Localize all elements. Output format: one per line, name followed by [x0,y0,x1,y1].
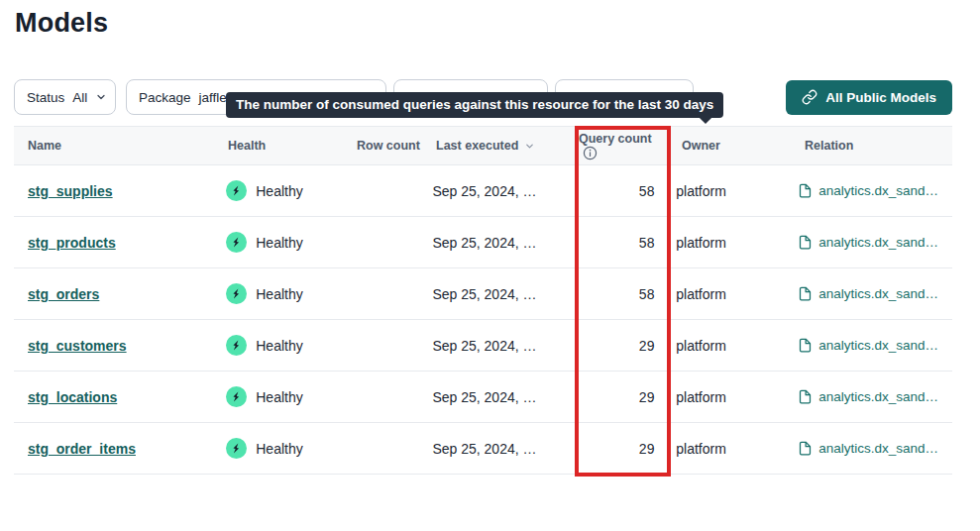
file-icon [798,286,813,301]
table-header-row: Name Health Row count Last executed Quer… [14,126,952,165]
health-status-label: Healthy [256,235,302,251]
table-row: stg_order_items Healthy Sep 25, 2024, … … [14,423,952,475]
health-status-label: Healthy [256,389,302,405]
column-header-last-executed[interactable]: Last executed [436,139,579,153]
file-icon [798,389,813,404]
health-badge [226,438,247,459]
file-icon [798,338,813,353]
status-filter[interactable]: Status All [14,79,116,115]
model-link[interactable]: stg_orders [28,286,99,302]
model-link[interactable]: stg_supplies [28,183,113,199]
model-link[interactable]: stg_customers [28,338,127,354]
status-filter-value: All [72,90,87,105]
owner-value: platform [676,338,798,354]
all-public-models-button[interactable]: All Public Models [786,80,952,115]
last-executed-value: Sep 25, 2024, … [432,235,536,251]
model-link[interactable]: stg_locations [28,389,117,405]
models-page: Models Status All Package jaffle_ All Pu… [0,0,980,531]
column-header-relation: Relation [805,139,938,153]
sort-chevron-icon [524,141,535,152]
relation-link[interactable]: analytics.dx_sand… [818,389,938,404]
health-badge [226,283,247,304]
page-title: Models [15,8,108,39]
owner-value: platform [676,286,798,302]
column-header-query-count: Query count [579,132,660,160]
last-executed-value: Sep 25, 2024, … [432,286,536,302]
table-row: stg_products Healthy Sep 25, 2024, … 58 … [14,217,952,268]
owner-value: platform [676,235,798,251]
query-count-value: 29 [574,389,654,405]
table-row: stg_orders Healthy Sep 25, 2024, … 58 pl… [14,268,952,320]
last-executed-value: Sep 25, 2024, … [432,441,536,457]
last-executed-label: Last executed [436,139,518,153]
last-executed-value: Sep 25, 2024, … [432,183,536,199]
info-icon[interactable] [583,146,598,160]
query-count-value: 58 [574,286,654,302]
health-badge [226,386,247,407]
query-count-value: 58 [574,235,654,251]
tooltip-caret [699,110,712,124]
table-row: stg_supplies Healthy Sep 25, 2024, … 58 … [14,165,952,217]
health-status-label: Healthy [256,441,302,457]
column-header-row-count: Row count [357,139,436,153]
health-status-label: Healthy [256,338,302,354]
health-badge [226,180,247,201]
relation-link[interactable]: analytics.dx_sand… [818,235,938,250]
query-count-tooltip: The number of consumed queries against t… [226,92,723,118]
all-public-models-label: All Public Models [825,90,936,105]
file-icon [798,441,813,456]
query-count-value: 29 [574,441,654,457]
link-icon [802,89,817,105]
file-icon [798,235,813,250]
model-link[interactable]: stg_order_items [28,441,136,457]
chevron-down-icon [95,91,107,103]
relation-link[interactable]: analytics.dx_sand… [818,183,938,198]
query-count-value: 58 [574,183,654,199]
models-table: Name Health Row count Last executed Quer… [14,126,952,475]
last-executed-value: Sep 25, 2024, … [432,338,536,354]
owner-value: platform [676,183,798,199]
status-filter-label: Status [27,90,64,105]
query-count-label: Query count [579,132,652,146]
column-header-name: Name [28,139,228,153]
table-row: stg_locations Healthy Sep 25, 2024, … 29… [14,372,952,423]
health-badge [226,232,247,253]
health-status-label: Healthy [256,286,302,302]
tooltip-text: The number of consumed queries against t… [236,97,713,112]
package-filter-label: Package [139,90,191,105]
relation-link[interactable]: analytics.dx_sand… [818,338,938,353]
model-link[interactable]: stg_products [28,235,116,251]
relation-link[interactable]: analytics.dx_sand… [818,441,938,456]
column-header-owner: Owner [682,139,805,153]
column-header-health: Health [228,139,357,153]
owner-value: platform [676,389,798,405]
owner-value: platform [676,441,798,457]
last-executed-value: Sep 25, 2024, … [432,389,536,405]
health-badge [226,335,247,356]
table-row: stg_customers Healthy Sep 25, 2024, … 29… [14,320,952,372]
file-icon [798,183,813,198]
health-status-label: Healthy [256,183,302,199]
query-count-value: 29 [574,338,654,354]
relation-link[interactable]: analytics.dx_sand… [818,286,938,301]
